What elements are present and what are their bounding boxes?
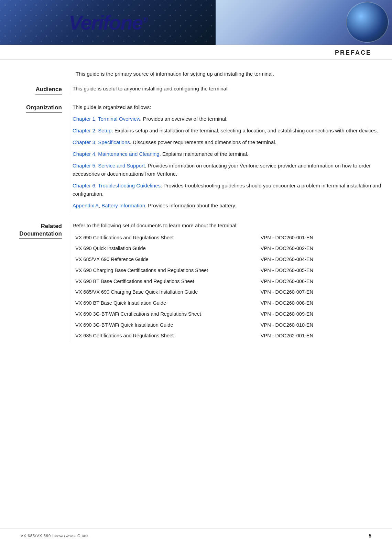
doc-title: VX 690 Certifications and Regulations Sh… <box>73 232 258 243</box>
intro-block: This guide is the primary source of info… <box>0 63 392 85</box>
audience-label: Audience <box>35 86 62 95</box>
page-title-bar: Preface <box>0 45 392 59</box>
chapter-link-2[interactable]: Battery Information <box>101 203 145 208</box>
doc-code: VPN - DOC260-009-EN <box>258 309 392 320</box>
chapter-para: Chapter 4, Maintenance and Cleaning. Exp… <box>73 150 392 158</box>
refer-line: Refer to the following set of documents … <box>73 222 392 230</box>
page-header: Verifone® <box>0 0 392 45</box>
table-row: VX 690 BT Base Certifications and Regula… <box>73 276 392 287</box>
doc-code: VPN - DOC260-010-EN <box>258 320 392 331</box>
doc-code: VPN - DOC260-008-EN <box>258 298 392 309</box>
doc-code: VPN - DOC260-005-EN <box>258 265 392 276</box>
chapter-para: Chapter 1, Terminal Overview. Provides a… <box>73 115 392 123</box>
chapters-list: Chapter 1, Terminal Overview. Provides a… <box>73 115 392 210</box>
doc-title: VX 685/VX 690 Reference Guide <box>73 254 258 265</box>
organization-content: This guide is organized as follows: Chap… <box>69 103 392 213</box>
table-row: VX 685 Certifications and Regulations Sh… <box>73 330 392 341</box>
table-row: VX 690 Charging Base Certifications and … <box>73 265 392 276</box>
chapter-link-1[interactable]: Chapter 1 <box>73 116 95 122</box>
chapter-link-1[interactable]: Chapter 3 <box>73 139 95 145</box>
table-row: VX 685/VX 690 Charging Base Quick Instal… <box>73 287 392 298</box>
chapter-para: Appendix A, Battery Information. Provide… <box>73 202 392 210</box>
doc-title: VX 690 BT Base Quick Installation Guide <box>73 298 258 309</box>
organization-intro: This guide is organized as follows: <box>73 103 392 111</box>
chapter-para: Chapter 3, Specifications. Discusses pow… <box>73 138 392 146</box>
chapter-link-2[interactable]: Maintenance and Cleaning <box>98 151 159 157</box>
doc-code: VPN - DOC260-002-EN <box>258 243 392 254</box>
audience-content: This guide is useful to anyone installin… <box>69 85 392 95</box>
chapter-para: Chapter 5, Service and Support. Provides… <box>73 162 392 178</box>
header-bg-right <box>216 0 392 45</box>
documents-table: VX 690 Certifications and Regulations Sh… <box>73 232 392 342</box>
chapter-link-1[interactable]: Chapter 2 <box>73 128 95 133</box>
chapter-link-2[interactable]: Terminal Overview <box>98 116 140 122</box>
related-content: Refer to the following set of documents … <box>69 222 392 341</box>
doc-title: VX 685/VX 690 Charging Base Quick Instal… <box>73 287 258 298</box>
page-title: Preface <box>335 49 371 56</box>
chapter-link-2[interactable]: Specifications <box>98 139 130 145</box>
table-row: VX 690 3G-BT-WiFi Certifications and Reg… <box>73 309 392 320</box>
intro-text: This guide is the primary source of info… <box>76 71 274 77</box>
chapter-link-1[interactable]: Chapter 5 <box>73 163 95 169</box>
doc-code: VPN - DOC260-001-EN <box>258 232 392 243</box>
table-row: VX 690 3G-BT-WiFi Quick Installation Gui… <box>73 320 392 331</box>
footer-page: 5 <box>369 532 371 540</box>
doc-title: VX 690 3G-BT-WiFi Certifications and Reg… <box>73 309 258 320</box>
related-section: Related Documentation Refer to the follo… <box>0 222 392 341</box>
doc-code: VPN - DOC260-004-EN <box>258 254 392 265</box>
logo-text: Verifone® <box>69 11 147 34</box>
doc-title: VX 690 Quick Installation Guide <box>73 243 258 254</box>
verifone-logo: Verifone® <box>69 8 147 37</box>
audience-text: This guide is useful to anyone installin… <box>73 85 392 93</box>
doc-title: VX 690 BT Base Certifications and Regula… <box>73 276 258 287</box>
chapter-link-1[interactable]: Appendix A <box>73 203 99 208</box>
page-footer: VX 685/VX 690 Installation Guide 5 <box>0 529 392 543</box>
chapter-link-1[interactable]: Chapter 4 <box>73 151 95 157</box>
logo-registered: ® <box>142 15 147 24</box>
doc-title: VX 685 Certifications and Regulations Sh… <box>73 330 258 341</box>
chapter-para: Chapter 2, Setup. Explains setup and ins… <box>73 127 392 135</box>
chapter-link-2[interactable]: Troubleshooting Guidelines <box>98 183 161 188</box>
doc-code: VPN - DOC260-006-EN <box>258 276 392 287</box>
organization-section: Organization This guide is organized as … <box>0 103 392 213</box>
organization-label-cell: Organization <box>0 103 69 213</box>
table-row: VX 690 Certifications and Regulations Sh… <box>73 232 392 243</box>
doc-code: VPN - DOC260-007-EN <box>258 287 392 298</box>
doc-code: VPN - DOC262-001-EN <box>258 330 392 341</box>
chapter-link-2[interactable]: Service and Support <box>98 163 145 169</box>
chapter-link-2[interactable]: Setup <box>98 128 111 133</box>
table-row: VX 690 Quick Installation GuideVPN - DOC… <box>73 243 392 254</box>
table-row: VX 685/VX 690 Reference GuideVPN - DOC26… <box>73 254 392 265</box>
chapter-para: Chapter 6, Troubleshooting Guidelines. P… <box>73 182 392 198</box>
related-label-cell: Related Documentation <box>0 222 69 341</box>
audience-section: Audience This guide is useful to anyone … <box>0 85 392 95</box>
related-label: Related Documentation <box>19 222 62 239</box>
doc-title: VX 690 3G-BT-WiFi Quick Installation Gui… <box>73 320 258 331</box>
table-row: VX 690 BT Base Quick Installation GuideV… <box>73 298 392 309</box>
organization-label: Organization <box>26 104 62 113</box>
chapter-link-1[interactable]: Chapter 6 <box>73 183 95 188</box>
footer-title: VX 685/VX 690 Installation Guide <box>21 533 89 539</box>
audience-label-cell: Audience <box>0 85 69 95</box>
doc-title: VX 690 Charging Base Certifications and … <box>73 265 258 276</box>
